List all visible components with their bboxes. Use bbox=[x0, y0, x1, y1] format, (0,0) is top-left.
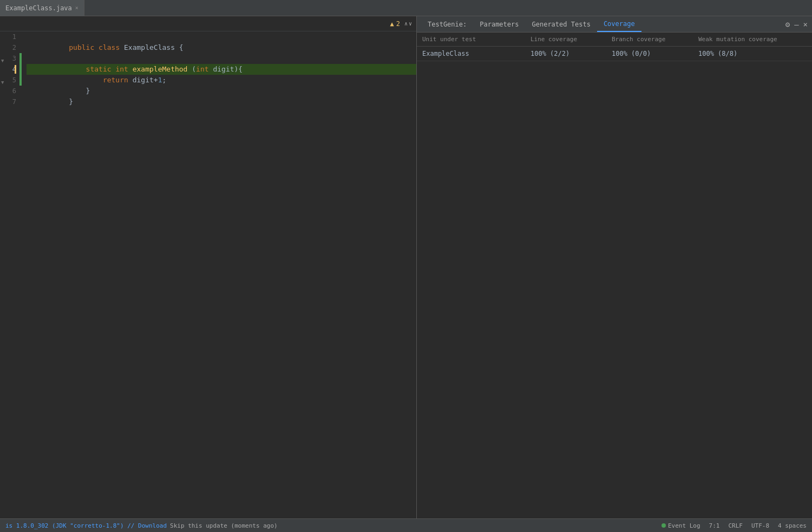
toolbar-icons: ⚙ — × bbox=[785, 20, 808, 29]
tab-filename: ExampleClass.java bbox=[5, 4, 72, 12]
coverage-row: ExampleClass 100% (2/2) 100% (0/0) 100% … bbox=[417, 47, 812, 61]
nav-arrows: ∧ ∨ bbox=[404, 21, 412, 27]
tab-testgenie[interactable]: TestGenie: bbox=[421, 16, 473, 32]
mutation-coverage-value: 100% (8/8) bbox=[693, 47, 812, 61]
coverage-table: Unit under test Line coverage Branch cov… bbox=[417, 33, 812, 61]
line-number-4: 4 bbox=[0, 64, 16, 75]
tab-coverage[interactable]: Coverage bbox=[597, 16, 641, 32]
settings-icon[interactable]: ⚙ bbox=[785, 20, 790, 29]
col-unit: Unit under test bbox=[417, 33, 525, 47]
line-number-7: 7 bbox=[0, 96, 16, 107]
line-number-5: ▼ 5 bbox=[0, 75, 16, 86]
event-log-dot bbox=[662, 523, 666, 528]
testgenie-tabs: TestGenie: Parameters Generated Tests Co… bbox=[421, 16, 641, 32]
code-content[interactable]: public class ExampleClass { static int e… bbox=[22, 31, 416, 518]
unit-name: ExampleClass bbox=[417, 47, 525, 61]
status-bar: is 1.8.0_302 (JDK "corretto-1.8") // Dow… bbox=[0, 518, 812, 532]
code-line-1: public class ExampleClass { bbox=[27, 31, 416, 42]
right-panel: TestGenie: Parameters Generated Tests Co… bbox=[417, 16, 812, 518]
line-numbers: 1 2 ▼ 3 4 ▼ 5 6 7 bbox=[0, 31, 19, 518]
nav-down-arrow[interactable]: ∨ bbox=[409, 21, 412, 27]
main-layout: ▲ 2 ∧ ∨ 1 2 ▼ 3 4 bbox=[0, 16, 812, 518]
col-branch: Branch coverage bbox=[606, 33, 693, 47]
col-mutation: Weak mutation coverage bbox=[693, 33, 812, 47]
editor-pane: ▲ 2 ∧ ∨ 1 2 ▼ 3 4 bbox=[0, 16, 417, 518]
code-area[interactable]: 1 2 ▼ 3 4 ▼ 5 6 7 bbox=[0, 31, 416, 518]
coverage-panel: Unit under test Line coverage Branch cov… bbox=[417, 33, 812, 518]
status-right: Event Log 7:1 CRLF UTF-8 4 spaces bbox=[662, 522, 807, 529]
warning-count: 2 bbox=[396, 20, 400, 28]
line-number-1: 1 bbox=[0, 31, 16, 42]
line-number-6: 6 bbox=[0, 86, 16, 96]
nav-up-arrow[interactable]: ∧ bbox=[404, 21, 408, 27]
line-coverage-value: 100% (2/2) bbox=[525, 47, 606, 61]
jdk-info[interactable]: is 1.8.0_302 (JDK "corretto-1.8") // Dow… bbox=[5, 522, 167, 529]
warning-badge[interactable]: ▲ 2 ∧ ∨ bbox=[390, 20, 412, 28]
testgenie-toolbar: TestGenie: Parameters Generated Tests Co… bbox=[417, 16, 812, 33]
editor-header: ▲ 2 ∧ ∨ bbox=[0, 16, 416, 31]
title-bar: ExampleClass.java × bbox=[0, 0, 812, 16]
col-line: Line coverage bbox=[525, 33, 606, 47]
encoding: UTF-8 bbox=[751, 522, 769, 529]
line-number-2: 2 bbox=[0, 42, 16, 53]
tab-parameters[interactable]: Parameters bbox=[473, 16, 525, 32]
warning-icon: ▲ bbox=[390, 20, 394, 28]
status-left: is 1.8.0_302 (JDK "corretto-1.8") // Dow… bbox=[5, 522, 278, 529]
code-line-7 bbox=[27, 96, 416, 107]
minimize-icon[interactable]: — bbox=[794, 20, 798, 29]
indent: 4 spaces bbox=[778, 522, 807, 529]
skip-update[interactable]: Skip this update (moments ago) bbox=[170, 522, 278, 529]
tab-close-button[interactable]: × bbox=[75, 5, 78, 11]
branch-coverage-value: 100% (0/0) bbox=[606, 47, 693, 61]
coverage-table-header: Unit under test Line coverage Branch cov… bbox=[417, 33, 812, 47]
event-log[interactable]: Event Log bbox=[662, 522, 700, 529]
tab-generated-tests[interactable]: Generated Tests bbox=[526, 16, 597, 32]
close-icon[interactable]: × bbox=[803, 20, 808, 29]
yellow-marker bbox=[15, 65, 16, 74]
line-number-3: ▼ 3 bbox=[0, 53, 16, 64]
cursor-position: 7:1 bbox=[709, 522, 720, 529]
editor-tab[interactable]: ExampleClass.java × bbox=[0, 0, 84, 16]
line-ending: CRLF bbox=[728, 522, 743, 529]
event-log-label: Event Log bbox=[668, 522, 700, 529]
code-line-3: static int exampleMethod (int digit){ bbox=[27, 53, 416, 64]
